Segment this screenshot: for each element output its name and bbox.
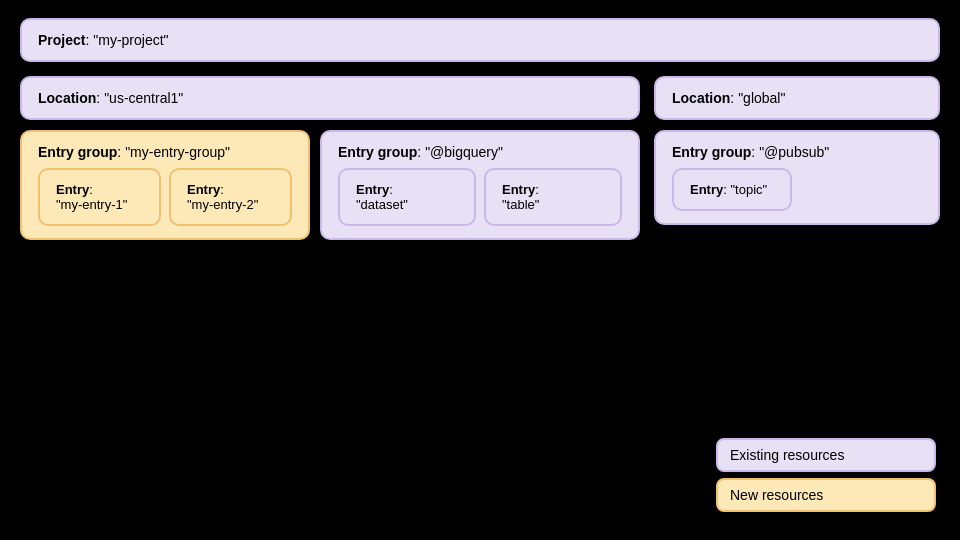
legend-existing-label: Existing resources [730, 447, 844, 463]
entry-group-bigquery: Entry group: "@bigquery" Entry: "dataset… [320, 130, 640, 240]
location-left-label: Location [38, 90, 96, 106]
eg-bq-label: Entry group [338, 144, 417, 160]
entry-tbl-label: Entry [502, 182, 535, 197]
entry-tbl-value: "table" [502, 197, 539, 212]
entry-my-entry-2: Entry: "my-entry-2" [169, 168, 292, 226]
legend-new-label: New resources [730, 487, 823, 503]
entry-topic-label: Entry [690, 182, 723, 197]
project-box: Project: "my-project" [20, 18, 940, 62]
eg-my-value: "my-entry-group" [125, 144, 230, 160]
entry-my2-value: "my-entry-2" [187, 197, 258, 212]
eg-my-label: Entry group [38, 144, 117, 160]
eg-bq-header: Entry group: "@bigquery" [338, 144, 622, 160]
col-global: Location: "global" Entry group: "@pubsub… [654, 76, 940, 240]
entry-groups-row-left: Entry group: "my-entry-group" Entry: "my… [20, 130, 640, 240]
location-box-global: Location: "global" [654, 76, 940, 120]
entry-ds-value: "dataset" [356, 197, 408, 212]
entry-topic: Entry: "topic" [672, 168, 792, 211]
entry-group-pubsub: Entry group: "@pubsub" Entry: "topic" [654, 130, 940, 225]
project-label: Project [38, 32, 85, 48]
entry-table: Entry: "table" [484, 168, 622, 226]
entry-my1-label: Entry [56, 182, 89, 197]
eg-ps-value: "@pubsub" [759, 144, 829, 160]
col-us-central1: Location: "us-central1" Entry group: "my… [20, 76, 640, 240]
entry-ds-label: Entry [356, 182, 389, 197]
entry-my-entry-1: Entry: "my-entry-1" [38, 168, 161, 226]
eg-bq-value: "@bigquery" [425, 144, 503, 160]
location-box-us-central1: Location: "us-central1" [20, 76, 640, 120]
entry-my2-label: Entry [187, 182, 220, 197]
project-value: "my-project" [93, 32, 168, 48]
location-right-value: "global" [738, 90, 785, 106]
entry-group-my-entry-group: Entry group: "my-entry-group" Entry: "my… [20, 130, 310, 240]
eg-ps-header: Entry group: "@pubsub" [672, 144, 922, 160]
legend-new: New resources [716, 478, 936, 512]
eg-my-entries: Entry: "my-entry-1" Entry: "my-entry-2" [38, 168, 292, 226]
eg-ps-entries: Entry: "topic" [672, 168, 922, 211]
entry-topic-value: "topic" [730, 182, 767, 197]
eg-ps-label: Entry group [672, 144, 751, 160]
entry-dataset: Entry: "dataset" [338, 168, 476, 226]
entry-my1-value: "my-entry-1" [56, 197, 127, 212]
eg-bq-entries: Entry: "dataset" Entry: "table" [338, 168, 622, 226]
eg-my-header: Entry group: "my-entry-group" [38, 144, 292, 160]
location-right-label: Location [672, 90, 730, 106]
legend: Existing resources New resources [716, 438, 936, 512]
legend-existing: Existing resources [716, 438, 936, 472]
location-left-value: "us-central1" [104, 90, 183, 106]
